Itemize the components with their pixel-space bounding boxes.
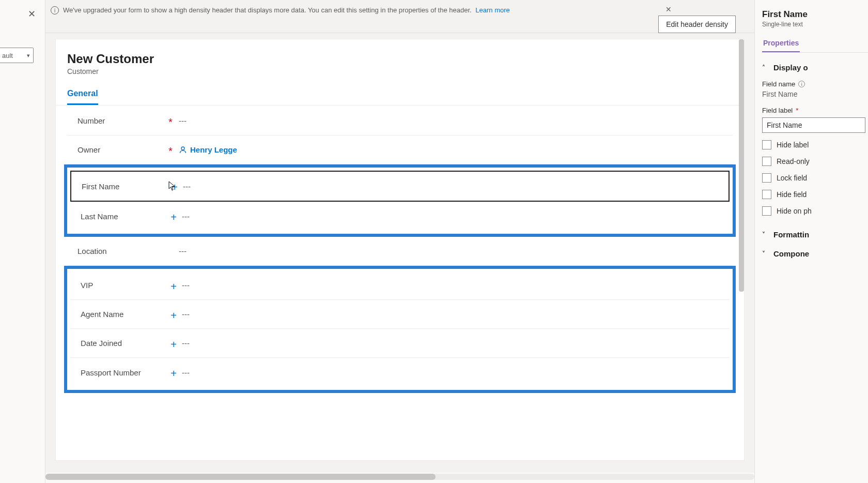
field-value: --- xyxy=(176,116,733,125)
field-value: --- xyxy=(179,281,730,290)
field-row-last-name[interactable]: Last Name + --- xyxy=(70,202,730,231)
recommended-icon: + xyxy=(168,213,179,220)
properties-title: First Name xyxy=(762,9,868,20)
field-value: --- xyxy=(179,310,730,319)
recommended-icon: + xyxy=(168,282,179,289)
field-value: --- xyxy=(179,368,730,377)
check-hide-field[interactable]: Hide field xyxy=(762,190,868,199)
check-hide-on-phone[interactable]: Hide on ph xyxy=(762,206,868,216)
field-list: Number * --- Owner * Henry Legge xyxy=(56,105,744,403)
checkbox-icon[interactable] xyxy=(762,206,771,216)
field-label: Number xyxy=(78,116,165,125)
close-icon[interactable]: ✕ xyxy=(28,8,36,20)
field-row-owner[interactable]: Owner * Henry Legge xyxy=(67,135,733,164)
checkbox-label: Read-only xyxy=(777,157,810,165)
section-label: Compone xyxy=(773,249,809,258)
field-name-label: Field name i xyxy=(762,80,868,88)
form-selector-dropdown[interactable]: ault ▾ xyxy=(0,48,34,63)
section-formatting[interactable]: ˅ Formattin xyxy=(762,230,868,239)
required-icon xyxy=(165,250,176,252)
field-row-vip[interactable]: VIP + --- xyxy=(70,271,730,300)
horizontal-scrollbar[interactable] xyxy=(45,474,754,480)
section-label: Formattin xyxy=(773,230,809,239)
check-read-only[interactable]: Read-only xyxy=(762,157,868,166)
field-value: --- xyxy=(179,212,730,221)
left-rail: ✕ ault ▾ xyxy=(0,0,45,483)
field-label: Passport Number xyxy=(81,368,168,377)
section-display-options[interactable]: ˄ Display o xyxy=(762,63,868,72)
svg-point-0 xyxy=(181,147,184,150)
scrollbar-thumb[interactable] xyxy=(45,474,436,480)
field-row-first-name[interactable]: First Name + --- xyxy=(71,172,729,201)
field-label: VIP xyxy=(81,281,168,290)
field-label: First Name xyxy=(82,182,169,191)
field-row-location[interactable]: Location --- xyxy=(67,237,733,266)
tab-general[interactable]: General xyxy=(67,89,98,105)
chevron-up-icon: ˄ xyxy=(762,64,769,71)
field-label-input[interactable] xyxy=(762,117,865,133)
properties-tab-row: Properties xyxy=(762,38,868,53)
editor-area: i We've upgraded your form to show a hig… xyxy=(45,0,754,473)
info-icon: i xyxy=(51,6,59,14)
tab-row: General xyxy=(56,89,744,105)
field-label-label: Field label * xyxy=(762,107,868,114)
tab-properties[interactable]: Properties xyxy=(762,39,800,52)
selection-group-additional: VIP + --- Agent Name + --- Date Joined +… xyxy=(64,266,736,393)
chevron-down-icon: ˅ xyxy=(762,250,769,258)
field-row-passport-number[interactable]: Passport Number + --- xyxy=(70,358,730,387)
field-label: Agent Name xyxy=(81,310,168,319)
checkbox-label: Hide field xyxy=(777,190,807,199)
notification-message: We've upgraded your form to show a high … xyxy=(63,6,472,14)
field-row-date-joined[interactable]: Date Joined + --- xyxy=(70,329,730,358)
notification-bar: i We've upgraded your form to show a hig… xyxy=(45,0,754,33)
field-value: Henry Legge xyxy=(176,145,733,154)
properties-panel: First Name Single-line text Properties ˄… xyxy=(754,0,868,483)
field-label: Date Joined xyxy=(81,339,168,348)
info-icon[interactable]: i xyxy=(798,81,805,87)
chevron-down-icon: ▾ xyxy=(27,52,30,59)
field-label: Last Name xyxy=(81,212,168,221)
notification-close-icon[interactable]: ✕ xyxy=(665,5,672,13)
required-icon: * xyxy=(165,117,176,125)
owner-link[interactable]: Henry Legge xyxy=(190,145,237,154)
checkbox-label: Hide label xyxy=(777,141,809,149)
section-label: Display o xyxy=(773,63,808,72)
properties-field-type: Single-line text xyxy=(762,21,868,28)
entity-name: Customer xyxy=(67,67,733,76)
field-label: Owner xyxy=(78,145,165,154)
checkbox-icon[interactable] xyxy=(762,190,771,199)
learn-more-link[interactable]: Learn more xyxy=(475,6,509,14)
field-value: --- xyxy=(176,247,733,255)
section-components[interactable]: ˅ Compone xyxy=(762,249,868,258)
checkbox-icon[interactable] xyxy=(762,140,771,149)
page-title: New Customer xyxy=(67,52,733,66)
form-selector-value: ault xyxy=(0,52,27,59)
form-surface: New Customer Customer General Number * -… xyxy=(56,39,744,460)
selection-group-names: First Name + --- Last Name + --- xyxy=(64,164,736,237)
checkbox-icon[interactable] xyxy=(762,157,771,166)
field-name-value: First Name xyxy=(762,90,868,98)
chevron-down-icon: ˅ xyxy=(762,231,769,238)
vertical-scrollbar[interactable] xyxy=(739,39,744,292)
recommended-icon: + xyxy=(169,183,180,190)
form-header: New Customer Customer xyxy=(56,39,744,76)
checkbox-icon[interactable] xyxy=(762,173,771,183)
recommended-icon: + xyxy=(168,369,179,376)
check-hide-label[interactable]: Hide label xyxy=(762,140,868,149)
field-label: Location xyxy=(78,247,165,255)
checkbox-label: Hide on ph xyxy=(777,207,812,215)
person-icon xyxy=(179,146,187,154)
field-value: --- xyxy=(179,339,730,348)
required-icon: * xyxy=(165,146,176,154)
selected-field-first-name[interactable]: First Name + --- xyxy=(70,171,730,202)
recommended-icon: + xyxy=(168,340,179,347)
field-row-number[interactable]: Number * --- xyxy=(67,107,733,135)
edit-header-density-button[interactable]: Edit header density xyxy=(658,16,736,33)
check-lock-field[interactable]: Lock field xyxy=(762,173,868,183)
recommended-icon: + xyxy=(168,311,179,318)
field-value: --- xyxy=(180,182,729,191)
checkbox-label: Lock field xyxy=(777,174,807,182)
field-row-agent-name[interactable]: Agent Name + --- xyxy=(70,300,730,329)
notification-text: We've upgraded your form to show a high … xyxy=(63,5,510,15)
